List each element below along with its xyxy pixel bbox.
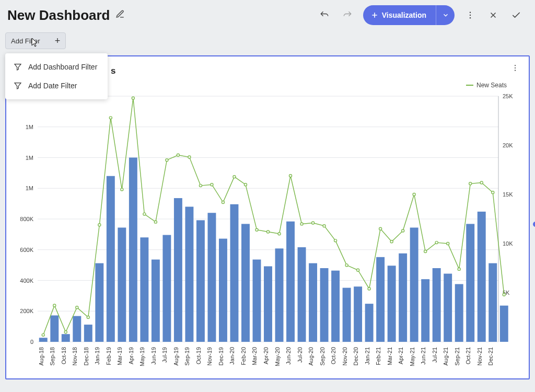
line-point [211, 183, 213, 186]
svg-text:1M: 1M [26, 185, 33, 191]
line-point [143, 213, 146, 215]
svg-text:1M: 1M [26, 155, 33, 161]
svg-text:25K: 25K [503, 94, 513, 99]
x-axis-label: Aug-19 [173, 347, 179, 365]
page-title: New Dashboard [7, 7, 110, 24]
line-point [413, 193, 415, 195]
undo-button[interactable] [315, 6, 334, 25]
add-dashboard-filter-item[interactable]: Add Dashboard Filter [5, 57, 108, 76]
bar [399, 253, 407, 342]
chart-area: 0200K400K600K800K1M1M1M2M5K10K15K20K25KA… [11, 94, 521, 371]
legend-swatch-icon [466, 85, 473, 86]
bar [433, 268, 441, 342]
line-point [121, 188, 123, 191]
line-point [492, 191, 494, 194]
bar [444, 274, 452, 342]
x-axis-label: Apr-21 [398, 347, 404, 364]
line-point [469, 182, 472, 185]
line-point [345, 264, 348, 267]
x-axis-label: Dec-21 [487, 347, 494, 365]
bar [230, 204, 239, 342]
x-axis-label: Nov-21 [476, 347, 483, 365]
x-axis-label: Jan-19 [94, 347, 100, 365]
line-point [323, 225, 325, 227]
x-axis-label: Sep-21 [454, 347, 460, 365]
bar [107, 176, 115, 342]
bar [207, 213, 216, 342]
line-point [42, 333, 44, 336]
chart-svg: 0200K400K600K800K1M1M1M2M5K10K15K20K25KA… [11, 94, 521, 371]
add-visualization-button[interactable]: Visualization [363, 5, 436, 25]
bar [95, 263, 103, 342]
add-date-filter-item[interactable]: Add Date Filter [5, 76, 108, 95]
card-kebab-icon[interactable] [511, 64, 519, 74]
x-axis-label: Oct-18 [61, 347, 67, 364]
line-point [87, 316, 89, 318]
bar [309, 263, 317, 342]
line-point [334, 239, 336, 242]
x-axis-label: Aug-18 [38, 347, 44, 365]
visualization-dropdown-button[interactable] [436, 5, 455, 25]
x-axis-label: Oct-21 [465, 347, 471, 364]
legend: New Seats [466, 82, 507, 89]
add-filter-label: Add Filter [11, 37, 40, 45]
x-axis-label: Dec-20 [353, 347, 359, 365]
bar [174, 198, 182, 342]
x-axis-label: Feb-21 [375, 347, 381, 365]
x-axis-label: Mar-20 [251, 347, 258, 365]
card-wrap: s New Seats 0200K400K600K800K1M1M1M2M5K1… [5, 55, 530, 379]
edit-title-icon[interactable] [115, 9, 125, 21]
resize-handle[interactable] [533, 222, 535, 227]
add-filter-button[interactable]: Add Filter + [5, 32, 66, 49]
bar [162, 235, 171, 342]
chart-card[interactable]: s New Seats 0200K400K600K800K1M1M1M2M5K1… [5, 55, 530, 379]
x-axis-label: Mar-21 [387, 347, 393, 365]
line-point [244, 183, 247, 186]
close-button[interactable] [484, 6, 503, 25]
line-point [188, 156, 191, 158]
line-point [132, 97, 134, 99]
svg-text:20K: 20K [503, 142, 513, 148]
x-axis-label: Jul-21 [432, 347, 438, 363]
line-point [177, 154, 179, 156]
confirm-button[interactable] [507, 6, 526, 25]
card-title: s [111, 66, 521, 76]
line-point [390, 240, 393, 243]
svg-point-4 [515, 67, 516, 68]
x-axis-label: Sep-19 [184, 347, 190, 365]
dropdown-item-label: Add Date Filter [28, 82, 77, 90]
bar [410, 227, 418, 342]
bar [62, 334, 70, 342]
kebab-menu-button[interactable] [461, 6, 480, 25]
x-axis-label: Jan-21 [364, 347, 370, 365]
line-point [368, 287, 370, 290]
legend-label: New Seats [476, 82, 507, 89]
line-point [166, 159, 168, 162]
svg-text:400K: 400K [20, 278, 33, 284]
svg-point-0 [470, 12, 471, 13]
line-point [402, 229, 404, 232]
line-point [64, 331, 67, 333]
bar [275, 248, 284, 342]
bar [466, 224, 474, 342]
bar [298, 247, 306, 342]
x-axis-label: Mar-19 [117, 347, 123, 365]
bar [365, 304, 374, 342]
bar [286, 222, 295, 342]
redo-button[interactable] [338, 6, 357, 25]
x-axis-label: Feb-19 [106, 347, 112, 365]
bar [73, 316, 81, 342]
x-axis-label: Nov-18 [72, 347, 78, 365]
line-point [379, 227, 382, 230]
x-axis-label: Jul-19 [161, 347, 168, 363]
bar [376, 257, 385, 342]
svg-text:600K: 600K [20, 247, 33, 253]
x-axis-label: Sep-20 [319, 347, 325, 365]
line-point [278, 233, 281, 235]
bar [118, 227, 126, 342]
x-axis-label: Nov-20 [342, 347, 348, 365]
visualization-button-group: Visualization [363, 5, 455, 25]
x-axis-label: Aug-21 [443, 347, 449, 365]
line-point [109, 117, 112, 119]
bar [219, 239, 227, 342]
